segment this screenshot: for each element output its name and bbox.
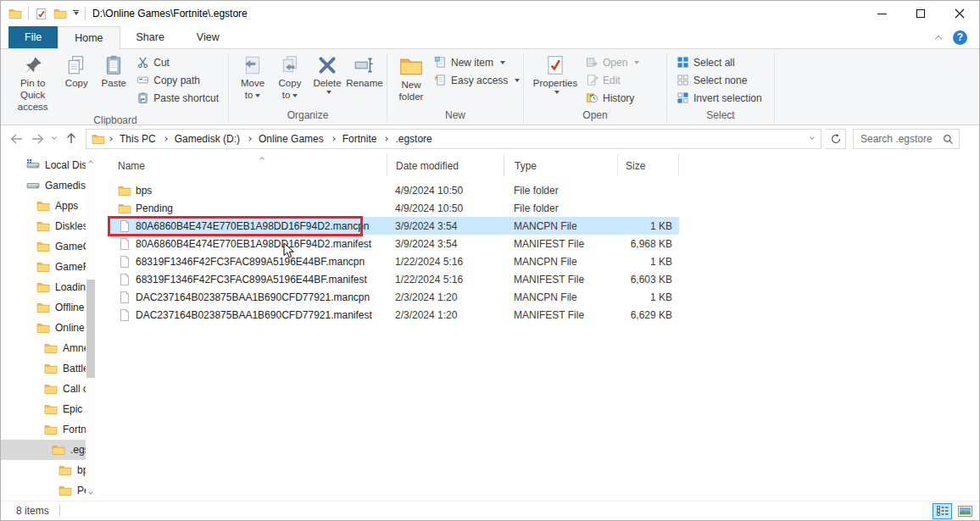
copy-to-button[interactable]: Copy to	[271, 53, 309, 103]
dropdown-caret	[634, 61, 639, 67]
invert-selection-button[interactable]: Invert selection	[672, 89, 766, 107]
group-label-open: Open	[524, 109, 666, 125]
divider	[28, 7, 29, 20]
search-icon	[943, 134, 954, 145]
close-button[interactable]	[940, 1, 979, 26]
sidebar-item-online[interactable]: Online	[1, 318, 86, 338]
crumb-gamedisk[interactable]: Gamedisk (D:)	[169, 130, 246, 148]
select-none-button[interactable]: Select none	[672, 71, 766, 89]
forward-button[interactable]	[27, 128, 48, 149]
dropdown-caret	[255, 94, 260, 100]
paste-button[interactable]: Paste	[95, 53, 132, 91]
minimize-button[interactable]	[862, 1, 901, 26]
file-list: Name Date modified Type Size bps 4/9/202…	[96, 152, 979, 501]
thumbnails-view-icon	[958, 506, 972, 517]
file-row-bps[interactable]: bps 4/9/2024 10:50 File folder	[109, 181, 679, 199]
open-button: Open	[582, 53, 643, 71]
easy-access-icon	[434, 74, 447, 86]
qat-properties-icon[interactable]	[35, 8, 47, 20]
cut-button[interactable]: Cut	[132, 53, 223, 71]
delete-button[interactable]: Delete	[309, 53, 346, 97]
file-row-mancpn-2[interactable]: 68319F1346F42FC3FAC899A5196E44BF.mancpn …	[109, 252, 679, 270]
sidebar-item-fortnite[interactable]: Fortn	[1, 419, 86, 440]
sidebar-item-battle[interactable]: Battle	[1, 358, 86, 379]
chevron-right-icon	[331, 136, 336, 141]
sidebar-item-gamec[interactable]: GameC	[1, 236, 86, 257]
recent-locations-button[interactable]	[48, 128, 60, 149]
crumb-egstore[interactable]: .egstore	[389, 130, 437, 148]
copy-path-button[interactable]: Copy path	[132, 71, 223, 89]
sidebar-item-bps[interactable]: bp	[1, 460, 86, 480]
column-header-type[interactable]: Type	[504, 154, 617, 176]
explorer-window: D:\Online Games\Fortnite\.egstore File H…	[0, 0, 980, 521]
tab-share[interactable]: Share	[120, 26, 181, 48]
easy-access-button[interactable]: Easy access	[430, 71, 524, 89]
file-row-mancpn-3[interactable]: DAC237164B023875BAA1B690CFD77921.mancpn …	[109, 288, 679, 306]
column-header-size[interactable]: Size	[617, 154, 679, 176]
sidebar-item-call-of[interactable]: Call o	[1, 379, 86, 399]
paste-shortcut-button[interactable]: Paste shortcut	[132, 89, 223, 107]
tab-file[interactable]: File	[8, 26, 58, 48]
file-row-manifest-1[interactable]: 80A6860B4E474E770EB1A98DD16F94D2.manifes…	[109, 235, 679, 252]
maximize-icon	[916, 9, 925, 18]
qat-new-folder-icon[interactable]	[53, 7, 67, 20]
up-button[interactable]	[60, 128, 81, 149]
details-view-icon	[937, 506, 949, 516]
file-row-manifest-3[interactable]: DAC237164B023875BAA1B690CFD77921.manifes…	[109, 306, 679, 324]
select-all-button[interactable]: Select all	[672, 53, 766, 71]
open-icon	[586, 56, 599, 69]
history-button[interactable]: History	[582, 89, 643, 107]
file-row-manifest-2[interactable]: 68319F1346F42FC3FAC899A5196E44BF.manifes…	[109, 270, 679, 288]
file-row-pending[interactable]: Pending 4/9/2024 10:50 File folder	[109, 199, 679, 217]
collapse-ribbon-icon[interactable]	[935, 35, 942, 42]
folder-icon	[44, 423, 58, 436]
breadcrumb[interactable]: This PC Gamedisk (D:) Online Games Fortn…	[86, 129, 821, 149]
crumb-fortnite[interactable]: Fortnite	[337, 130, 383, 148]
crumb-this-pc[interactable]: This PC	[114, 130, 162, 148]
sidebar-item-gamedisk[interactable]: Gamedis	[1, 175, 86, 196]
details-view-button[interactable]	[933, 503, 952, 519]
scroll-down-icon[interactable]	[87, 493, 94, 494]
copy-button[interactable]: Copy	[58, 53, 95, 91]
sidebar-item-epic-games[interactable]: Epic G	[1, 399, 86, 419]
refresh-button[interactable]	[826, 129, 846, 149]
rename-button[interactable]: Rename	[346, 53, 383, 91]
sidebar-item-local-disk[interactable]: Local Dis	[1, 155, 86, 175]
pin-to-quick-access-button[interactable]: Pin to Quick access	[8, 53, 58, 114]
column-header-name[interactable]: Name	[109, 154, 387, 176]
sidebar-item-amnesia[interactable]: Amne	[1, 338, 86, 358]
qat-customize-icon[interactable]	[73, 10, 79, 18]
sidebar-item-gamef[interactable]: GameF	[1, 257, 86, 277]
properties-button[interactable]: Properties	[529, 53, 582, 97]
column-header-date-modified[interactable]: Date modified	[387, 154, 504, 176]
scrollbar-thumb[interactable]	[86, 280, 95, 378]
sidebar-item-pending[interactable]: Pe	[1, 480, 86, 501]
chevron-down-icon	[810, 135, 815, 140]
tab-home[interactable]: Home	[58, 26, 120, 49]
sidebar-item-apps[interactable]: Apps	[1, 196, 86, 216]
mouse-cursor	[283, 242, 295, 263]
scroll-up-icon[interactable]	[87, 158, 94, 164]
tab-view[interactable]: View	[181, 26, 236, 48]
address-dropdown-button[interactable]	[810, 138, 818, 139]
new-item-button[interactable]: New item	[430, 53, 524, 71]
move-to-button[interactable]: Move to	[234, 53, 271, 103]
edit-button: Edit	[582, 71, 643, 89]
crumb-online-games[interactable]: Online Games	[253, 130, 330, 148]
thumbnails-view-button[interactable]	[955, 503, 975, 519]
folder-icon	[36, 199, 50, 213]
group-label-select: Select	[667, 109, 774, 125]
sidebar-scrollbar[interactable]	[86, 152, 96, 501]
sidebar-item-loading[interactable]: Loadin	[1, 277, 86, 297]
back-button[interactable]	[6, 128, 27, 149]
annotation-highlight-box	[108, 216, 363, 236]
folder-icon	[36, 219, 50, 233]
folder-icon	[36, 301, 50, 314]
sidebar-item-egstore[interactable]: .egs	[1, 440, 86, 460]
sidebar-item-diskless[interactable]: Diskles	[1, 216, 86, 236]
dropdown-caret	[326, 91, 331, 97]
maximize-button[interactable]	[901, 1, 940, 26]
new-folder-button[interactable]: New folder	[393, 53, 430, 105]
sidebar-item-offline[interactable]: Offline	[1, 297, 86, 318]
help-icon[interactable]: ?	[953, 30, 967, 45]
